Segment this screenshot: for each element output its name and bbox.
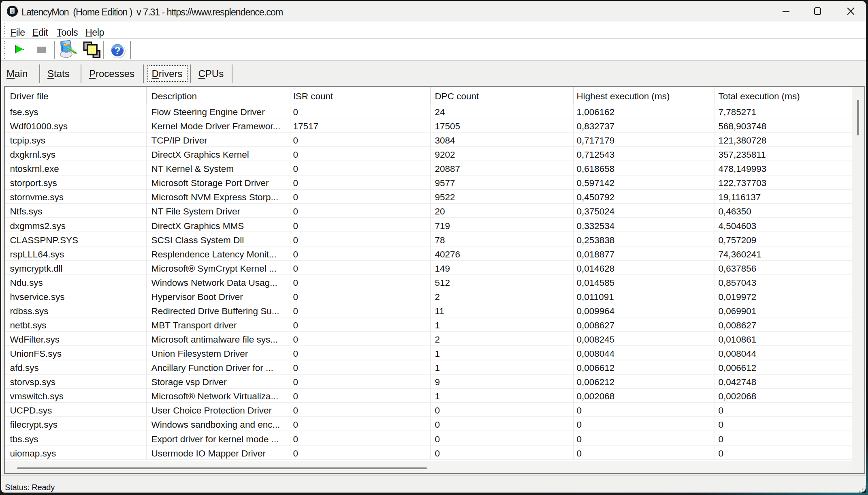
svg-text:?: ?	[114, 45, 121, 57]
